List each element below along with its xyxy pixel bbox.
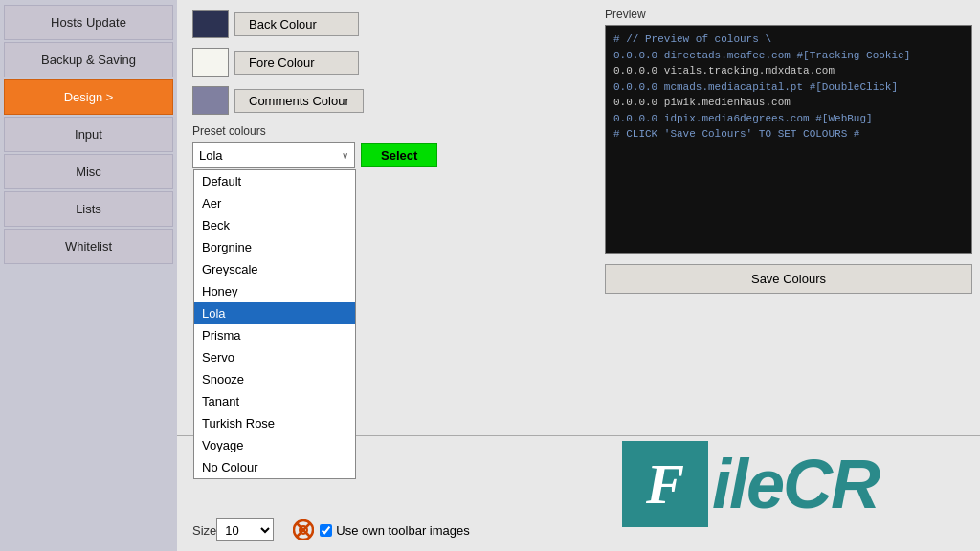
dropdown-item[interactable]: Aer [194, 192, 355, 214]
main-content: Back Colour Fore Colour Comments Colour … [177, 0, 980, 551]
dropdown-item[interactable]: Default [194, 170, 355, 192]
preview-line: 0.0.0.0 directads.mcafee.com #[Tracking … [613, 48, 964, 64]
comments-colour-button[interactable]: Comments Colour [234, 89, 364, 113]
preset-dropdown[interactable]: Lola ∨ DefaultAerBeckBorgnineGreyscaleHo… [192, 142, 355, 168]
dropdown-item[interactable]: Prisma [194, 324, 355, 346]
sidebar-item-hosts-update[interactable]: Hosts Update [4, 5, 173, 40]
save-colours-button[interactable]: Save Colours [605, 264, 972, 294]
sidebar-item-backup-saving[interactable]: Backup & Saving [4, 42, 173, 77]
use-own-toolbar-images-checkbox[interactable] [320, 524, 332, 537]
preset-dropdown-list: DefaultAerBeckBorgnineGreyscaleHoneyLola… [193, 169, 356, 479]
dropdown-item[interactable]: Servo [194, 346, 355, 368]
sidebar-item-misc[interactable]: Misc [4, 154, 173, 189]
preview-line: # CLICK 'Save Colours' TO SET COLOURS # [613, 126, 964, 143]
size-select[interactable]: 891011121416 [216, 518, 274, 541]
back-colour-swatch[interactable] [192, 10, 229, 38]
help-icon [293, 519, 314, 540]
dropdown-arrow-icon: ∨ [342, 150, 348, 161]
preview-line: 0.0.0.0 piwik.medienhaus.com [613, 95, 964, 111]
sidebar-item-lists[interactable]: Lists [4, 191, 173, 227]
dropdown-item[interactable]: Tanant [194, 390, 355, 412]
sidebar-item-whitelist[interactable]: Whitelist [4, 229, 173, 264]
filecr-text: ileCR [712, 445, 879, 523]
dropdown-item[interactable]: Beck [194, 214, 355, 236]
select-button[interactable]: Select [361, 143, 437, 167]
filecr-watermark: F ileCR [530, 427, 970, 541]
sidebar-item-input[interactable]: Input [4, 117, 173, 152]
fore-colour-swatch[interactable] [192, 48, 229, 77]
sidebar: Hosts Update Backup & Saving Design > In… [0, 0, 177, 551]
back-colour-button[interactable]: Back Colour [234, 12, 359, 36]
filecr-icon-box: F [622, 441, 708, 527]
fore-colour-button[interactable]: Fore Colour [234, 51, 359, 75]
dropdown-item[interactable]: Turkish Rose [194, 412, 355, 434]
preview-line: # // Preview of colours \ [613, 32, 964, 48]
sidebar-item-design[interactable]: Design > [4, 79, 173, 115]
preview-section: Preview # // Preview of colours \0.0.0.0… [597, 0, 980, 325]
dropdown-item[interactable]: Greyscale [194, 258, 355, 280]
comments-colour-swatch[interactable] [192, 86, 229, 115]
filecr-icon-letter: F [646, 452, 684, 518]
preview-line: 0.0.0.0 mcmads.mediacapital.pt #[DoubleC… [613, 79, 964, 96]
dropdown-item[interactable]: Honey [194, 280, 355, 302]
dropdown-item[interactable]: No Colour [194, 456, 355, 478]
use-own-toolbar-images-label[interactable]: Use own toolbar images [320, 523, 469, 538]
dropdown-item[interactable]: Snooze [194, 368, 355, 390]
size-label: Size [192, 523, 216, 538]
dropdown-item[interactable]: Lola [194, 302, 355, 324]
dropdown-item[interactable]: Voyage [194, 434, 355, 456]
preview-title: Preview [605, 8, 972, 21]
dropdown-item[interactable]: Borgnine [194, 236, 355, 258]
preview-line: 0.0.0.0 idpix.media6degrees.com #[WebBug… [613, 111, 964, 127]
filecr-logo: F ileCR [622, 441, 879, 527]
preset-current-value: Lola [199, 148, 223, 163]
use-own-toolbar-images-text: Use own toolbar images [336, 523, 469, 538]
preview-line: 0.0.0.0 vitals.tracking.mdxdata.com [613, 63, 964, 79]
preview-box: # // Preview of colours \0.0.0.0 directa… [605, 25, 972, 254]
toolbar-images-section: Use own toolbar images [293, 519, 469, 540]
